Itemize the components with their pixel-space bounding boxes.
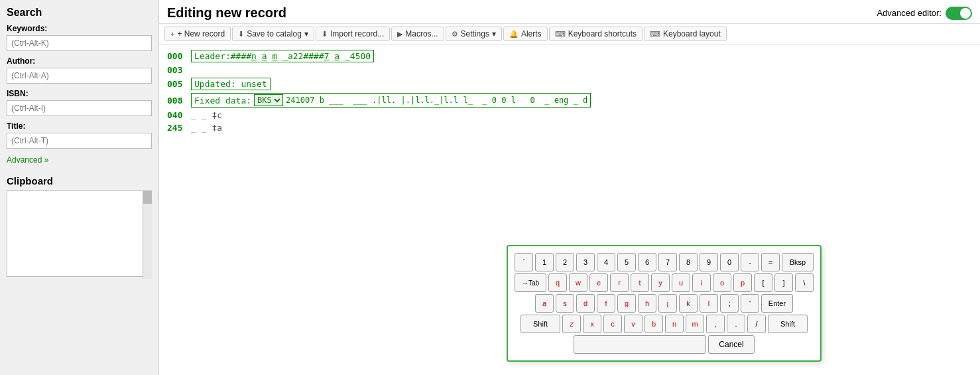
kb-key-equals[interactable]: = xyxy=(761,253,780,271)
advanced-editor-toggle: Advanced editor: xyxy=(877,7,972,20)
kb-row-2: →Tab q w e r t y u i o p [ ] \ xyxy=(515,273,814,292)
tag-005: 005 xyxy=(167,79,188,89)
search-heading: Search xyxy=(7,7,152,19)
title-input[interactable] xyxy=(7,133,152,149)
kb-key-0[interactable]: 0 xyxy=(720,253,739,271)
fixed-data-content: Fixed data: BKS CR VM MP MU MX PR 241007… xyxy=(191,93,591,108)
keyboard-shortcuts-button[interactable]: ⌨ Keyboard shortcuts xyxy=(549,27,643,41)
kb-key-minus[interactable]: - xyxy=(741,253,759,271)
kb-key-4[interactable]: 4 xyxy=(597,253,615,271)
editor-area: 000 Leader:####n a m _a22####7 a _4500 0… xyxy=(159,44,980,375)
author-input[interactable] xyxy=(7,68,152,84)
kb-key-e[interactable]: e xyxy=(589,273,608,292)
keyboard-layout-icon: ⌨ xyxy=(650,30,660,38)
kb-key-p[interactable]: p xyxy=(733,273,752,292)
kb-key-tab[interactable]: →Tab xyxy=(515,273,546,292)
kb-key-f[interactable]: f xyxy=(597,294,615,313)
kb-key-semicolon[interactable]: ; xyxy=(720,294,739,313)
fixed-data-label: Fixed data: xyxy=(194,96,251,106)
kb-key-r[interactable]: r xyxy=(610,273,629,292)
advanced-editor-switch[interactable] xyxy=(946,7,972,20)
kb-key-h[interactable]: h xyxy=(638,294,656,313)
kb-key-backtick[interactable]: ` xyxy=(515,253,533,271)
kb-key-comma[interactable]: , xyxy=(706,315,725,333)
fixed-data-type-select[interactable]: BKS CR VM MP MU MX PR xyxy=(254,94,283,106)
tag-040: 040 xyxy=(167,110,188,120)
kb-key-9[interactable]: 9 xyxy=(700,253,718,271)
kb-key-i[interactable]: i xyxy=(692,273,711,292)
clipboard-scrollbar[interactable] xyxy=(143,190,152,279)
kb-key-bksp[interactable]: Bksp xyxy=(782,253,814,271)
kb-key-5[interactable]: 5 xyxy=(617,253,636,271)
settings-dropdown-icon: ▾ xyxy=(492,29,496,38)
new-record-button[interactable]: + + New record xyxy=(164,27,231,41)
subfield-040[interactable]: ‡c xyxy=(212,110,222,120)
kb-key-enter[interactable]: Enter xyxy=(761,294,793,313)
kb-key-3[interactable]: 3 xyxy=(576,253,595,271)
keyboard-layout-button[interactable]: ⌨ Keyboard layout xyxy=(644,27,727,41)
kb-key-t[interactable]: t xyxy=(631,273,649,292)
kb-key-j[interactable]: j xyxy=(658,294,677,313)
kb-key-shift-left[interactable]: Shift xyxy=(521,315,560,333)
sidebar: Search Keywords: Author: ISBN: Title: Ad… xyxy=(0,0,159,375)
isbn-input[interactable] xyxy=(7,100,152,116)
kb-key-g[interactable]: g xyxy=(617,294,636,313)
import-record-button[interactable]: ⬇ Import record... xyxy=(316,27,390,41)
gear-icon: ⚙ xyxy=(452,30,458,38)
settings-button[interactable]: ⚙ Settings ▾ xyxy=(446,27,502,41)
kb-key-lbracket[interactable]: [ xyxy=(754,273,772,292)
kb-space-row: Cancel xyxy=(515,335,814,354)
kb-key-7[interactable]: 7 xyxy=(658,253,677,271)
kb-key-1[interactable]: 1 xyxy=(535,253,554,271)
kb-key-period[interactable]: . xyxy=(727,315,745,333)
kb-key-s[interactable]: s xyxy=(556,294,574,313)
kb-key-v[interactable]: v xyxy=(624,315,643,333)
kb-key-slash[interactable]: / xyxy=(747,315,766,333)
keywords-input[interactable] xyxy=(7,35,152,51)
updated-content[interactable]: Updated: unset xyxy=(191,78,271,90)
kb-cancel-button[interactable]: Cancel xyxy=(708,335,755,354)
save-to-catalog-label: Save to catalog xyxy=(247,29,302,38)
alerts-button[interactable]: 🔔 Alerts xyxy=(503,27,548,41)
kb-key-backslash[interactable]: \ xyxy=(795,273,814,292)
kb-key-k[interactable]: k xyxy=(679,294,698,313)
kb-key-quote[interactable]: ' xyxy=(741,294,759,313)
kb-key-x[interactable]: x xyxy=(583,315,601,333)
save-to-catalog-button[interactable]: ⬇ Save to catalog ▾ xyxy=(232,27,314,41)
kb-key-u[interactable]: u xyxy=(672,273,690,292)
bell-icon: 🔔 xyxy=(509,30,519,38)
macros-button[interactable]: ▶ Macros... xyxy=(391,27,444,41)
play-icon: ▶ xyxy=(397,30,402,38)
kb-key-rbracket[interactable]: ] xyxy=(774,273,793,292)
kb-key-a[interactable]: a xyxy=(535,294,554,313)
kb-key-l[interactable]: l xyxy=(700,294,718,313)
page-title: Editing new record xyxy=(167,5,286,21)
keywords-label: Keywords: xyxy=(7,24,152,33)
kb-key-8[interactable]: 8 xyxy=(679,253,698,271)
leader-content[interactable]: Leader:####n a m _a22####7 a _4500 xyxy=(191,50,374,62)
kb-key-2[interactable]: 2 xyxy=(556,253,574,271)
macros-label: Macros... xyxy=(405,29,438,38)
kb-key-q[interactable]: q xyxy=(548,273,567,292)
subfield-245[interactable]: ‡a xyxy=(212,123,222,133)
kb-key-b[interactable]: b xyxy=(644,315,663,333)
kb-key-shift-right[interactable]: Shift xyxy=(768,315,808,333)
kb-key-6[interactable]: 6 xyxy=(638,253,656,271)
kb-key-w[interactable]: w xyxy=(569,273,587,292)
kb-key-c[interactable]: c xyxy=(603,315,622,333)
kb-key-m[interactable]: m xyxy=(686,315,704,333)
header: Editing new record Advanced editor: xyxy=(159,0,980,24)
kb-key-o[interactable]: o xyxy=(713,273,731,292)
advanced-link[interactable]: Advanced » xyxy=(7,155,48,165)
advanced-editor-label: Advanced editor: xyxy=(877,8,942,18)
kb-key-d[interactable]: d xyxy=(576,294,595,313)
clipboard-textarea[interactable] xyxy=(7,190,152,277)
fixed-data-value[interactable]: 241007 b ___ ___ .|ll. |.|l.l._|l.l l_ _… xyxy=(286,96,587,105)
kb-key-y[interactable]: y xyxy=(651,273,670,292)
kb-key-z[interactable]: z xyxy=(562,315,581,333)
new-record-label: + New record xyxy=(177,29,225,38)
kb-key-n[interactable]: n xyxy=(665,315,684,333)
import-record-label: Import record... xyxy=(330,29,384,38)
save-dropdown-icon: ▾ xyxy=(304,29,308,38)
kb-spacebar[interactable] xyxy=(574,335,706,354)
